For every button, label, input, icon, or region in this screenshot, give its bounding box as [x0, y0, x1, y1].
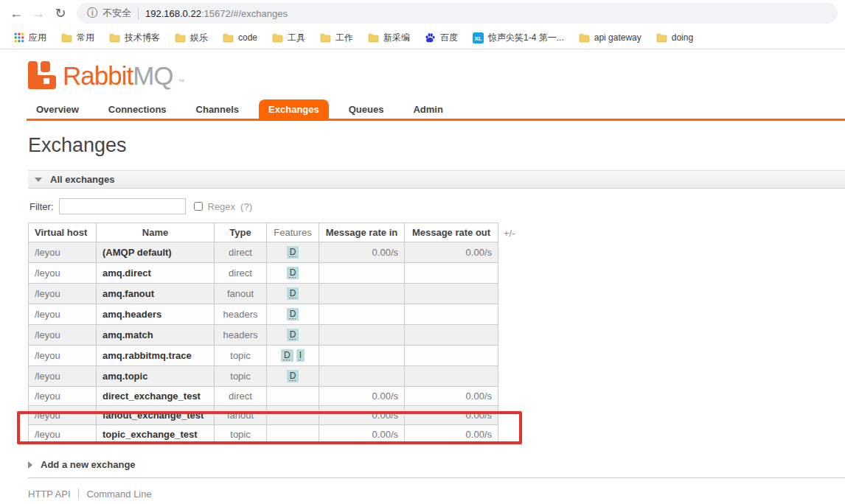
- rate-in-cell: 0.00/s: [319, 387, 405, 406]
- bookmark-item[interactable]: 百度: [418, 29, 465, 46]
- column-header-features: Features: [267, 223, 319, 242]
- add-exchange-label: Add a new exchange: [41, 459, 136, 470]
- logo-wordmark: RabbitMQ: [63, 63, 173, 89]
- features-cell: D: [267, 284, 319, 304]
- bookmark-label: code: [238, 32, 257, 43]
- type-cell: direct: [215, 387, 267, 406]
- vhost-cell: /leyou: [29, 406, 97, 425]
- command-line-link[interactable]: Command Line: [78, 489, 152, 500]
- folder-icon: [223, 33, 234, 43]
- bookmark-item[interactable]: 工作: [313, 29, 360, 46]
- bookmark-item[interactable]: 技术博客: [102, 29, 167, 46]
- type-cell: fanout: [215, 406, 267, 425]
- refresh-icon[interactable]: ↻: [50, 3, 71, 24]
- regex-help-link[interactable]: (?): [240, 201, 252, 212]
- filter-row: Filter: Regex (?): [29, 198, 845, 214]
- type-cell: topic: [215, 346, 267, 366]
- bookmark-label: 工作: [335, 32, 353, 44]
- name-cell[interactable]: amq.match: [97, 325, 215, 346]
- column-header-message-rate-out[interactable]: Message rate out: [405, 223, 498, 242]
- tab-channels[interactable]: Channels: [187, 99, 249, 119]
- feature-badge-d: D: [287, 287, 299, 300]
- feature-badge-d: D: [287, 308, 299, 321]
- name-cell[interactable]: (AMQP default): [97, 242, 215, 263]
- address-divider: [138, 8, 139, 19]
- rate-in-cell: [319, 325, 405, 346]
- bookmark-label: doing: [672, 32, 693, 43]
- rate-in-cell: [319, 366, 405, 387]
- name-cell[interactable]: amq.topic: [97, 366, 215, 387]
- column-toggle-link[interactable]: +/-: [504, 228, 515, 239]
- bookmark-label: 惊声尖笑1-4 第一...: [488, 32, 564, 44]
- rate-in-cell: [319, 346, 405, 366]
- logo-trademark: ™: [178, 78, 185, 85]
- tab-overview[interactable]: Overview: [27, 99, 88, 119]
- bookmark-item[interactable]: XL惊声尖笑1-4 第一...: [466, 29, 571, 46]
- features-cell: [267, 425, 319, 444]
- rate-out-cell: 0.00/s: [405, 406, 498, 425]
- column-header-message-rate-in[interactable]: Message rate in: [319, 223, 405, 242]
- svg-text:XL: XL: [474, 35, 481, 42]
- name-cell[interactable]: topic_exchange_test: [97, 425, 215, 444]
- vhost-cell: /leyou: [29, 242, 97, 263]
- address-bar[interactable]: ⓘ 不安全 192.168.0.22:15672/#/exchanges: [77, 3, 838, 24]
- bookmark-item[interactable]: 工具: [265, 29, 312, 46]
- tab-connections[interactable]: Connections: [99, 99, 176, 119]
- name-cell[interactable]: fanout_exchange_test: [97, 406, 215, 425]
- all-exchanges-section-header[interactable]: All exchanges: [28, 170, 845, 189]
- name-cell[interactable]: direct_exchange_test: [97, 387, 215, 406]
- folder-icon: [272, 33, 283, 43]
- feature-badge-i: I: [296, 349, 305, 362]
- rate-out-cell: [405, 346, 498, 366]
- forward-icon[interactable]: →: [28, 3, 49, 24]
- features-cell: D: [267, 304, 319, 325]
- column-header-virtual-host[interactable]: Virtual host: [29, 223, 97, 242]
- regex-checkbox[interactable]: [194, 202, 203, 211]
- bookmark-label: api gateway: [594, 32, 641, 43]
- tab-queues[interactable]: Queues: [339, 99, 394, 119]
- tab-admin[interactable]: Admin: [403, 99, 452, 119]
- bookmark-item[interactable]: 新采编: [361, 29, 417, 46]
- rate-in-cell: [319, 263, 405, 284]
- name-cell[interactable]: amq.rabbitmq.trace: [97, 346, 215, 366]
- bookmark-item[interactable]: 娱乐: [168, 29, 215, 46]
- table-row: /leyoudirect_exchange_testdirect0.00/s0.…: [29, 387, 498, 406]
- filter-input[interactable]: [59, 198, 186, 214]
- vhost-cell: /leyou: [29, 284, 97, 304]
- url-path: :15672/#/exchanges: [201, 8, 288, 19]
- features-cell: D: [267, 242, 319, 263]
- folder-icon: [368, 33, 379, 43]
- type-cell: fanout: [215, 284, 267, 304]
- feature-badge-d: D: [287, 246, 299, 259]
- bookmarks-bar: 应用常用技术博客娱乐code工具工作新采编百度XL惊声尖笑1-4 第一...ap…: [0, 27, 845, 49]
- security-label: 不安全: [102, 7, 131, 20]
- exchanges-table: Virtual hostNameTypeFeaturesMessage rate…: [28, 223, 498, 444]
- table-header-row: Virtual hostNameTypeFeaturesMessage rate…: [29, 223, 498, 242]
- vhost-cell: /leyou: [29, 366, 97, 387]
- name-cell[interactable]: amq.fanout: [97, 284, 215, 304]
- tab-exchanges[interactable]: Exchanges: [259, 99, 329, 119]
- bookmark-label: 常用: [77, 32, 94, 44]
- rate-out-cell: [405, 366, 498, 387]
- bookmark-item[interactable]: doing: [650, 30, 700, 45]
- column-header-name[interactable]: Name: [97, 223, 215, 242]
- table-row: /leyouamq.fanoutfanoutD: [29, 284, 498, 304]
- info-icon[interactable]: ⓘ: [87, 7, 97, 20]
- main-tabbar: OverviewConnectionsChannelsExchangesQueu…: [27, 99, 845, 121]
- table-row: /leyouamq.matchheadersD: [29, 325, 498, 346]
- add-exchange-section-header[interactable]: Add a new exchange: [28, 459, 845, 478]
- column-header-type[interactable]: Type: [215, 223, 267, 242]
- http-api-link[interactable]: HTTP API: [28, 489, 78, 500]
- rate-in-cell: [319, 284, 405, 304]
- rabbitmq-logo[interactable]: RabbitMQ ™: [28, 61, 185, 89]
- name-cell[interactable]: amq.direct: [97, 263, 215, 284]
- features-cell: [267, 406, 319, 425]
- bookmark-item[interactable]: api gateway: [572, 30, 648, 45]
- bookmark-item[interactable]: code: [216, 30, 264, 45]
- features-cell: DI: [267, 346, 319, 366]
- chevron-right-icon: [28, 461, 32, 469]
- name-cell[interactable]: amq.headers: [97, 304, 215, 325]
- bookmark-item[interactable]: 应用: [7, 29, 53, 46]
- bookmark-item[interactable]: 常用: [55, 29, 101, 46]
- back-icon[interactable]: ←: [6, 3, 27, 24]
